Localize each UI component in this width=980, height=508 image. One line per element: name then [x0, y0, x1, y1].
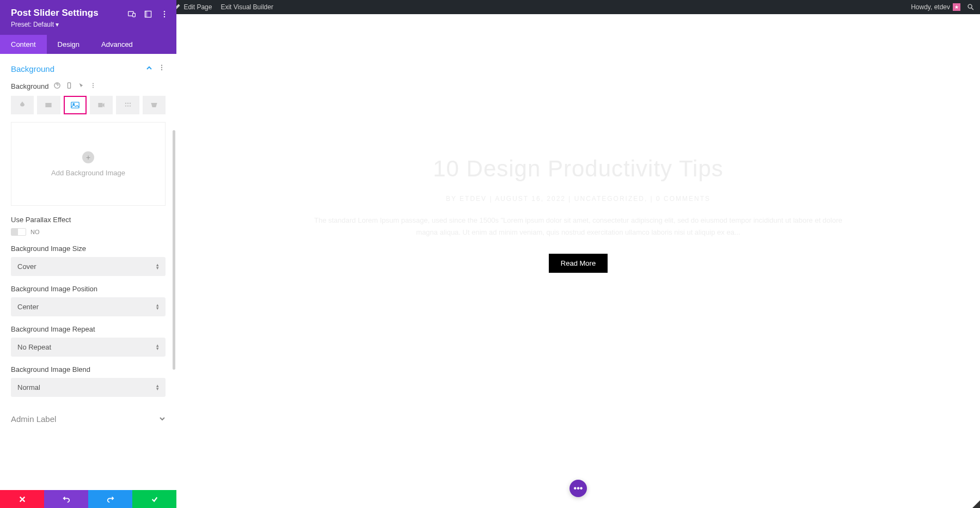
- howdy-link[interactable]: Howdy, etdev★: [911, 3, 960, 11]
- svg-point-8: [164, 14, 165, 14]
- search-toggle[interactable]: [967, 3, 975, 11]
- svg-point-2: [968, 4, 972, 8]
- svg-rect-6: [145, 11, 147, 14]
- svg-rect-4: [133, 13, 136, 14]
- howdy-label: Howdy, etdev: [911, 3, 950, 11]
- expand-icon[interactable]: [144, 10, 152, 14]
- sidebar-header: Post Slider Settings Preset: Default ▾: [0, 0, 176, 14]
- exit-vb-label: Exit Visual Builder: [220, 3, 273, 11]
- edit-page-link[interactable]: Edit Page: [173, 3, 212, 11]
- search-icon: [967, 3, 975, 11]
- settings-sidebar: Post Slider Settings Preset: Default ▾ C…: [0, 0, 176, 14]
- exit-vb-link[interactable]: Exit Visual Builder: [220, 3, 273, 11]
- more-icon[interactable]: [160, 10, 169, 14]
- avatar: ★: [953, 3, 960, 11]
- edit-page-label: Edit Page: [183, 3, 212, 11]
- svg-point-7: [164, 11, 165, 12]
- responsive-icon[interactable]: [127, 10, 136, 14]
